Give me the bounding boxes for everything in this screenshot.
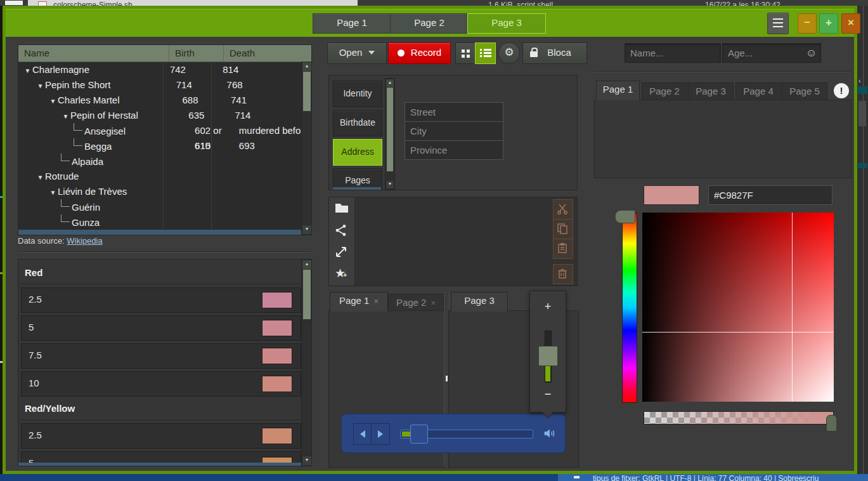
- scroll-down-button[interactable]: ▼: [302, 456, 312, 466]
- inspector-tab-page2[interactable]: Page 2: [642, 82, 687, 101]
- city-field[interactable]: [405, 121, 503, 141]
- hue-slider[interactable]: [622, 213, 637, 403]
- record-button[interactable]: Record: [388, 43, 451, 64]
- volume-increase-button[interactable]: +: [530, 300, 566, 313]
- close-button[interactable]: ×: [841, 13, 860, 34]
- crosshair-horizontal: [642, 332, 834, 333]
- maximize-button[interactable]: +: [819, 13, 838, 34]
- tab-close-icon[interactable]: ×: [373, 296, 379, 306]
- tree-row[interactable]: ▼Pepin of Herstal635714: [18, 108, 311, 123]
- media-bar: [341, 414, 566, 453]
- tree-scrollbar[interactable]: ▲ ▼: [301, 62, 311, 235]
- settings-button[interactable]: ⚙: [498, 43, 520, 64]
- tree-row[interactable]: ▼Liévin de Trèves: [18, 184, 311, 199]
- inspector-tab-page5[interactable]: Page 5: [782, 82, 827, 101]
- alpha-slider[interactable]: [644, 411, 834, 425]
- expander-icon[interactable]: ▼: [48, 94, 58, 108]
- header-tab-page2[interactable]: Page 2: [390, 13, 469, 34]
- inspector-tab-page1[interactable]: Page 1: [596, 81, 640, 100]
- paste-button[interactable]: [553, 239, 573, 259]
- wikipedia-link[interactable]: Wikipedia: [67, 236, 102, 246]
- column-divider[interactable]: [163, 62, 164, 230]
- lock-button[interactable]: Bloca: [522, 43, 587, 64]
- column-header-birth[interactable]: Birth: [169, 45, 224, 62]
- column-divider[interactable]: [211, 62, 212, 230]
- tree-row[interactable]: Alpaida: [18, 154, 311, 169]
- tree-row[interactable]: Begga615693: [18, 138, 311, 154]
- seek-progress-fill: [402, 432, 411, 437]
- tree-row[interactable]: ▼Rotrude: [18, 169, 311, 184]
- hue-slider-handle[interactable]: [615, 210, 635, 223]
- next-button[interactable]: [371, 423, 390, 445]
- cut-button[interactable]: [553, 199, 573, 220]
- tab-close-icon[interactable]: ×: [431, 298, 436, 308]
- seek-slider-handle[interactable]: [410, 425, 428, 444]
- previous-button[interactable]: [353, 423, 372, 445]
- menu-button[interactable]: [767, 13, 789, 34]
- list-item[interactable]: 7.5: [21, 343, 301, 369]
- tab-page3[interactable]: Page 3: [451, 292, 508, 312]
- inspector-tab-page4[interactable]: Page 4: [735, 82, 781, 101]
- expander-icon[interactable]: ▼: [36, 170, 45, 184]
- scroll-up-button[interactable]: ▲: [302, 62, 312, 72]
- scrollbar-thumb[interactable]: [386, 87, 394, 172]
- sidebar-item-identity[interactable]: Identity: [333, 81, 382, 107]
- delete-button[interactable]: [553, 264, 573, 284]
- list-view-button[interactable]: [475, 43, 496, 64]
- current-color-swatch: [644, 185, 699, 205]
- warning-icon[interactable]: !: [834, 83, 849, 98]
- volume-icon[interactable]: [542, 426, 556, 443]
- province-field[interactable]: [405, 140, 503, 160]
- background-editor-edge: [863, 6, 864, 474]
- expander-icon[interactable]: ▼: [23, 63, 32, 77]
- scrollbar-thumb[interactable]: [302, 269, 311, 320]
- list-item[interactable]: 5: [21, 315, 301, 341]
- column-header-death[interactable]: Death: [224, 45, 311, 62]
- tab-page2[interactable]: Page 2×: [388, 294, 444, 312]
- scroll-up-button[interactable]: ▲: [302, 260, 312, 270]
- star-new-icon[interactable]: ★+: [335, 266, 349, 280]
- minimize-button[interactable]: −: [798, 13, 817, 34]
- list-scrollbar[interactable]: ▲ ▼: [301, 260, 311, 466]
- expander-icon[interactable]: ▼: [36, 79, 45, 93]
- open-button[interactable]: Open: [327, 43, 387, 64]
- expander-icon[interactable]: ▼: [48, 185, 58, 199]
- scroll-up-button[interactable]: ▲: [385, 79, 394, 88]
- list-item[interactable]: 10: [21, 371, 301, 397]
- header-tab-page1[interactable]: Page 1: [313, 13, 391, 34]
- expander-icon[interactable]: ▼: [61, 109, 70, 123]
- tree-row[interactable]: Ansegisel602 or 610murdered before 679: [18, 123, 311, 138]
- share-icon[interactable]: [335, 224, 349, 238]
- folder-icon[interactable]: [335, 202, 349, 216]
- splitter-handle[interactable]: [446, 376, 448, 381]
- grid-view-button[interactable]: [455, 43, 476, 64]
- list-item[interactable]: 2.5: [21, 287, 301, 313]
- scroll-down-button[interactable]: ▼: [385, 180, 394, 189]
- sidebar-scrollbar[interactable]: ▲ ▼: [385, 78, 395, 190]
- column-header-name[interactable]: Name: [18, 45, 169, 62]
- tree-row[interactable]: ▼Charles Martel688741: [18, 93, 311, 108]
- scroll-down-button[interactable]: ▼: [302, 225, 312, 235]
- street-field[interactable]: [405, 102, 503, 122]
- saturation-value-area[interactable]: [642, 213, 834, 402]
- expand-icon[interactable]: [335, 246, 349, 260]
- tree-row[interactable]: Gunza: [18, 214, 311, 230]
- volume-slider-handle[interactable]: [538, 346, 558, 366]
- name-input[interactable]: [625, 43, 721, 63]
- scrollbar-thumb[interactable]: [302, 71, 311, 112]
- emoji-icon[interactable]: ☺: [806, 47, 817, 60]
- tab-page1[interactable]: Page 1×: [330, 292, 388, 312]
- status-text: tipus de fitxer: GtkRL | UTF-8 | Línia: …: [593, 474, 819, 481]
- tree-row[interactable]: Guérin: [18, 199, 311, 214]
- tree-row[interactable]: ▼Charlemagne742814: [18, 62, 311, 77]
- alpha-slider-handle[interactable]: [826, 415, 837, 432]
- list-item[interactable]: 2.5: [21, 423, 301, 449]
- copy-button[interactable]: [553, 219, 573, 239]
- tree-row[interactable]: ▼Pepin the Short714768: [18, 77, 311, 93]
- inspector-tab-page3[interactable]: Page 3: [688, 82, 734, 101]
- hex-color-input[interactable]: [708, 185, 832, 205]
- volume-decrease-button[interactable]: −: [530, 388, 566, 401]
- sidebar-item-address[interactable]: Address: [333, 139, 382, 166]
- header-tab-page3[interactable]: Page 3: [467, 13, 546, 34]
- sidebar-item-birthdate[interactable]: Birthdate: [333, 110, 382, 136]
